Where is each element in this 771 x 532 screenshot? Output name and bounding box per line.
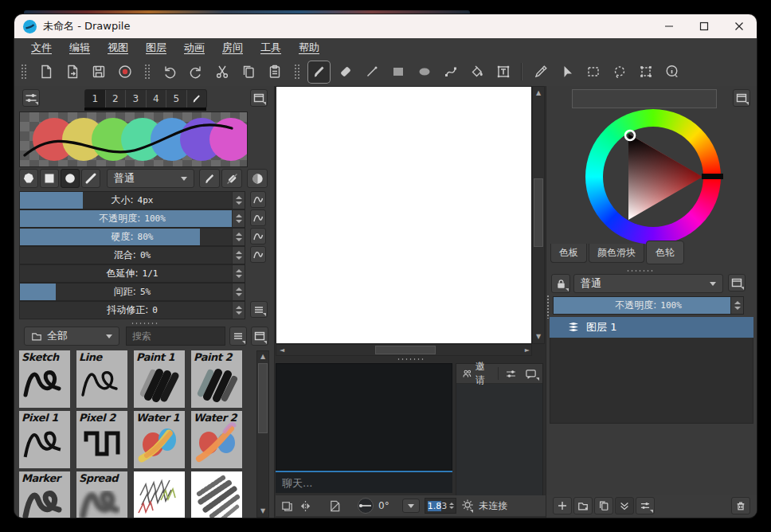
brush-slot-eraser-icon[interactable] (187, 90, 207, 108)
stabilizer-slider[interactable]: 抖动修正:0 (19, 301, 245, 319)
add-group-button[interactable] (573, 497, 593, 514)
preset-dock-undock-button[interactable] (251, 327, 268, 346)
chat-splitter[interactable] (397, 358, 424, 362)
session-settings-icon[interactable] (502, 366, 520, 381)
brush-mode-blob-icon[interactable] (19, 169, 38, 188)
text-tool-icon[interactable] (492, 61, 514, 83)
redo-icon[interactable] (185, 61, 206, 83)
rotation-dial[interactable] (358, 498, 374, 514)
stabilizer-spinner[interactable] (232, 302, 245, 319)
preset-water-1[interactable]: Water 1 (134, 411, 185, 468)
delete-layer-button[interactable] (731, 497, 750, 514)
pick-init-color-icon[interactable] (199, 169, 220, 188)
tab-color-wheel[interactable]: 色轮 (646, 241, 684, 264)
menu-tools[interactable]: 工具 (252, 39, 290, 57)
brush-mode-stroke-icon[interactable] (81, 169, 100, 188)
add-layer-button[interactable] (553, 497, 572, 514)
preset-line[interactable]: Line (76, 350, 127, 408)
brush-opacity-slider[interactable]: 不透明度:100% (19, 209, 245, 228)
fill-tool-icon[interactable] (466, 61, 487, 83)
layer-row-1[interactable]: 图层 1 (550, 317, 753, 338)
copy-icon[interactable] (237, 61, 259, 83)
brush-mode-square-icon[interactable] (40, 169, 59, 188)
open-file-icon[interactable] (61, 61, 83, 83)
brush-smudging-slider[interactable]: 混合:0% (19, 246, 245, 264)
preset-scope-dropdown[interactable]: 全部 (24, 327, 119, 346)
brush-dock-splitter[interactable] (131, 322, 158, 326)
color-picker-tool-icon[interactable] (530, 61, 551, 83)
preset-paint-2[interactable]: Paint 2 (191, 350, 242, 408)
layer-lock-button[interactable] (551, 274, 570, 293)
brush-slot-1[interactable]: 1 (85, 90, 106, 108)
preset-paint-1[interactable]: Paint 1 (134, 350, 185, 408)
preset-pencil[interactable]: pencil (134, 471, 185, 518)
brush-slot-2[interactable]: 2 (106, 90, 127, 108)
toolbar-grip[interactable] (21, 64, 26, 80)
layer-opacity-spinner[interactable] (730, 297, 743, 314)
select-lasso-tool-icon[interactable] (609, 61, 630, 83)
hardness-spinner[interactable] (232, 229, 245, 245)
new-file-icon[interactable] (35, 61, 57, 83)
ellipse-tool-icon[interactable] (413, 61, 435, 83)
inspect-tool-icon[interactable] (661, 61, 683, 83)
brush-size-slider[interactable]: 大小:4px (19, 191, 245, 209)
constrain-icon[interactable] (328, 499, 342, 513)
canvas-background-icon[interactable] (280, 499, 294, 513)
brush-slot-3[interactable]: 3 (126, 90, 147, 108)
toolbar-grip[interactable] (294, 64, 299, 80)
menu-help[interactable]: 帮助 (290, 39, 328, 57)
canvas[interactable] (276, 86, 532, 344)
brush-mode-round-icon[interactable] (61, 169, 80, 188)
flip-view-icon[interactable] (299, 499, 312, 513)
color-dock-splitter[interactable] (626, 269, 653, 273)
save-icon[interactable] (88, 61, 109, 83)
menu-animation[interactable]: 动画 (175, 39, 213, 57)
select-rectangle-tool-icon[interactable] (582, 61, 604, 83)
chat-log[interactable] (276, 363, 452, 471)
laser-pointer-tool-icon[interactable] (556, 61, 577, 83)
canvas-vscrollbar[interactable]: ▲ ▼ (532, 86, 545, 344)
maximize-button[interactable] (687, 14, 722, 38)
minimize-button[interactable] (652, 14, 687, 38)
close-button[interactable] (722, 14, 757, 38)
eraser-mode-icon[interactable] (221, 169, 242, 188)
undo-icon[interactable] (159, 61, 180, 83)
preset-pixel-2[interactable]: Pixel 2 (76, 411, 127, 468)
hardness-pressure-curve-button[interactable] (250, 228, 266, 244)
color-pickup-slider[interactable]: 色延伸:1/1 (19, 264, 245, 283)
brush-tool-icon[interactable] (308, 61, 330, 83)
preset-pixel-1[interactable]: Pixel 1 (19, 411, 70, 468)
brush-spacing-slider[interactable]: 间距:5% (19, 283, 245, 301)
brush-dock-undock-button[interactable] (250, 89, 268, 107)
eraser-tool-icon[interactable] (335, 61, 356, 83)
color-pickup-spinner[interactable] (232, 265, 245, 282)
stabilizer-menu-button[interactable] (250, 301, 268, 318)
preset-sketch[interactable]: Sketch (19, 350, 70, 408)
cut-icon[interactable] (211, 61, 233, 83)
line-tool-icon[interactable] (361, 61, 382, 83)
layer-blend-mode-dropdown[interactable]: 普通 (573, 274, 723, 293)
menu-file[interactable]: 文件 (22, 39, 61, 57)
layer-opacity-slider[interactable]: 不透明度:100% (553, 296, 744, 315)
canvas-hscrollbar[interactable]: ◄ ► (276, 344, 532, 356)
paste-icon[interactable] (264, 61, 285, 83)
menu-edit[interactable]: 编辑 (61, 39, 99, 57)
brush-blend-mode-dropdown[interactable]: 普通 (107, 169, 194, 188)
chat-input[interactable] (276, 472, 452, 493)
smudging-pressure-curve-button[interactable] (250, 246, 266, 263)
rotation-dropdown-button[interactable] (402, 499, 420, 513)
tab-color-sliders[interactable]: 颜色滑块 (589, 244, 644, 263)
brush-slot-5[interactable]: 5 (166, 90, 187, 108)
preset-marker[interactable]: Marker (19, 471, 70, 518)
invite-button[interactable]: 邀请 (459, 358, 495, 389)
size-pressure-curve-button[interactable] (250, 191, 266, 208)
view-settings-gear[interactable] (461, 499, 474, 514)
brush-slot-4[interactable]: 4 (147, 90, 167, 108)
menu-layer[interactable]: 图层 (137, 39, 175, 57)
layer-properties-button[interactable] (636, 497, 655, 514)
preset-search-input[interactable] (126, 327, 225, 346)
titlebar[interactable]: 未命名 - Drawpile (14, 14, 757, 38)
preset-charcoal[interactable]: charcoal (191, 471, 242, 518)
preset-spread[interactable]: Spread (76, 471, 127, 518)
brush-hardness-slider[interactable]: 硬度:80% (19, 228, 245, 246)
